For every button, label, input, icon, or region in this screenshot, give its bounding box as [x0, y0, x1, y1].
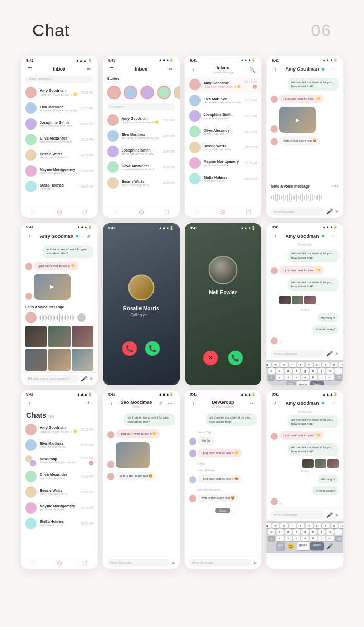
key-d[interactable]: d — [285, 368, 292, 374]
key-b[interactable]: b — [310, 375, 317, 380]
add-icon[interactable]: + — [85, 400, 92, 407]
key-e[interactable]: e — [280, 523, 288, 528]
key-l[interactable]: l — [335, 368, 342, 374]
list-item[interactable]: Olive Alexander some text preview 01:20 … — [21, 469, 98, 484]
decline-button[interactable]: 📞 — [122, 341, 137, 356]
list-item[interactable]: Elva Martinez ok I don't know what to sa… — [21, 100, 98, 116]
message-input[interactable]: Write a Message — [271, 350, 324, 358]
key-s[interactable]: s — [276, 529, 284, 535]
key-y[interactable]: y — [306, 523, 313, 528]
key-p[interactable]: p — [339, 362, 343, 367]
profile-nav-icon[interactable]: ⊡ — [82, 208, 87, 216]
send-icon[interactable]: ➤ — [335, 208, 339, 214]
decline-button[interactable]: ✕ — [203, 351, 218, 365]
back-icon[interactable]: ‹ — [272, 400, 279, 407]
list-item[interactable]: Olive Alexander some preview text chat 0… — [103, 159, 180, 175]
message-input[interactable]: Write message... — [189, 559, 251, 567]
photo-cell[interactable] — [25, 326, 47, 347]
key-z[interactable]: z — [276, 536, 284, 541]
list-item[interactable]: Mayme Montgomery some text preview 11:30… — [21, 163, 98, 179]
search-nav-icon[interactable]: ⊙ — [57, 208, 62, 216]
back-icon[interactable]: ‹ — [190, 66, 197, 73]
list-item[interactable]: Stella Holmes hello there 09:00 AM — [21, 516, 98, 531]
key-x[interactable]: x — [285, 536, 292, 541]
list-item[interactable]: Bessie Watts short message here 12:05 PM — [185, 140, 262, 155]
photo-cell[interactable] — [72, 326, 93, 347]
list-item[interactable]: Mayme Montgomery some text preview 11:30… — [185, 155, 262, 171]
key-send[interactable]: Send — [310, 542, 324, 550]
back-icon[interactable]: ‹ — [26, 400, 33, 407]
key-r[interactable]: r — [289, 523, 296, 528]
key-g[interactable]: g — [301, 368, 309, 374]
key-z[interactable]: z — [276, 375, 284, 380]
check-icon[interactable]: ✓ — [157, 400, 165, 408]
back-icon[interactable]: ‹ — [272, 233, 279, 240]
send-icon[interactable]: ➤ — [335, 351, 339, 356]
story-avatar[interactable] — [174, 86, 180, 99]
key-w[interactable]: w — [272, 362, 279, 367]
key-i[interactable]: i — [322, 523, 330, 528]
search-nav-icon[interactable]: ⊙ — [139, 208, 144, 216]
list-item[interactable]: Bessie Watts short message here 12:05 PM — [103, 175, 180, 191]
key-a[interactable]: a — [268, 529, 275, 535]
story-avatar[interactable] — [124, 86, 137, 99]
key-i[interactable]: i — [322, 362, 330, 367]
key-n[interactable]: n — [318, 536, 325, 541]
key-h[interactable]: h — [310, 529, 317, 535]
list-item[interactable]: Elva Martinez ok I don't know what to sa… — [185, 92, 262, 108]
key-s[interactable]: s — [276, 368, 284, 374]
send-icon[interactable]: ➤ — [335, 512, 339, 518]
heart-nav-icon[interactable]: ♡ — [31, 560, 37, 567]
message-input[interactable]: Write message... — [107, 559, 169, 567]
list-item[interactable]: Elva Martinez hello there preview 03:55 … — [21, 437, 98, 453]
photo-cell[interactable] — [72, 349, 93, 370]
list-item[interactable]: Amy Goodman I just can't wait to see it … — [185, 77, 262, 92]
list-item[interactable]: Stella Holmes hello there 09:00 AM — [21, 179, 98, 194]
profile-nav-icon[interactable]: ⊡ — [164, 208, 169, 216]
key-r[interactable]: r — [289, 362, 296, 367]
compose-icon[interactable]: ✏ — [85, 65, 92, 73]
heart-nav-icon[interactable]: ♡ — [113, 208, 119, 216]
message-input[interactable]: Write message... — [271, 207, 324, 216]
story-avatar[interactable] — [157, 86, 171, 99]
key-g[interactable]: g — [301, 529, 309, 535]
key-j[interactable]: j — [318, 529, 325, 535]
back-icon[interactable]: ‹ — [190, 400, 197, 408]
send-icon[interactable]: ➤ — [253, 560, 257, 566]
key-x[interactable]: x — [285, 375, 292, 380]
key-u[interactable]: u — [314, 362, 321, 367]
more-icon[interactable]: ⋯ — [331, 65, 338, 73]
list-item[interactable]: Olive Alexander some preview text chat 0… — [21, 132, 98, 147]
send-icon[interactable]: ➤ — [89, 376, 93, 381]
search-nav-icon[interactable]: ⊙ — [57, 560, 62, 567]
heart-nav-icon[interactable]: ♡ — [195, 208, 201, 216]
more-icon[interactable]: ⋯ — [331, 400, 338, 407]
key-p[interactable]: p — [339, 523, 343, 528]
message-input[interactable]: Write a Message — [271, 510, 324, 519]
list-item[interactable]: Mayme Montgomery some text preview 11:30… — [21, 500, 98, 516]
key-shift[interactable]: ⇧ — [268, 536, 275, 541]
back-icon[interactable]: ‹ — [26, 233, 33, 240]
menu-icon[interactable]: ☰ — [26, 65, 33, 73]
accept-button[interactable]: 📞 — [228, 351, 243, 365]
key-e[interactable]: e — [280, 362, 288, 367]
key-m[interactable]: m — [326, 536, 334, 541]
photo-cell[interactable] — [48, 349, 70, 370]
key-space[interactable]: space — [297, 542, 309, 550]
mic-icon[interactable]: 🎤 — [326, 208, 333, 214]
voice-play-btn[interactable]: ⋯ — [77, 314, 86, 322]
key-k[interactable]: k — [326, 368, 334, 374]
profile-nav-icon[interactable]: ⊡ — [246, 208, 251, 216]
expand-icon[interactable]: ⤢ — [85, 233, 92, 240]
list-item[interactable]: Stella Holmes hello there text 09:00 AM — [185, 171, 262, 187]
story-avatar[interactable] — [107, 86, 121, 99]
key-y[interactable]: y — [306, 362, 313, 367]
story-avatar[interactable] — [140, 86, 154, 99]
message-input[interactable]: 💬 How about these pictures? — [25, 375, 79, 383]
search-icon[interactable]: 🔍 — [249, 66, 256, 73]
key-t[interactable]: t — [297, 523, 304, 528]
key-w[interactable]: w — [272, 523, 279, 528]
list-item[interactable]: Amy Goodman I just can't wait to see it … — [103, 112, 180, 128]
list-item[interactable]: Bessie Watts short message here 12:05 PM — [21, 484, 98, 500]
list-item[interactable]: Josephine Smith some preview text here 0… — [103, 144, 180, 159]
